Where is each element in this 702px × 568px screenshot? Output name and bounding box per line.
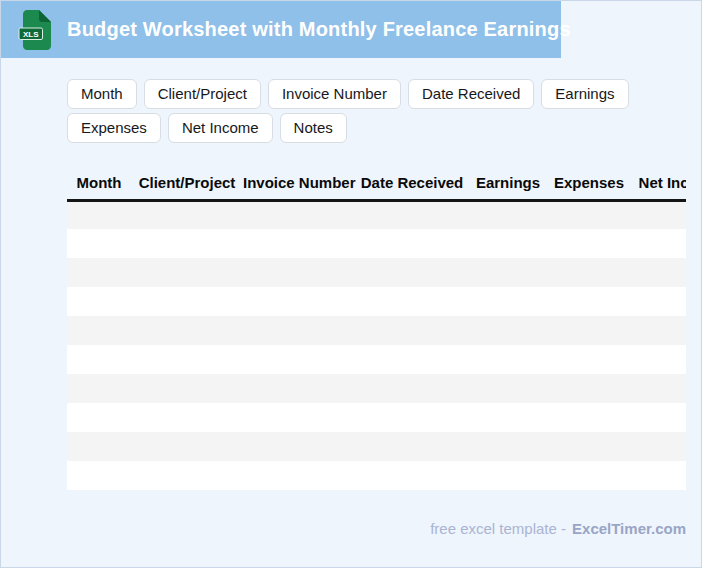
cell — [469, 316, 547, 345]
column-header-net-income: Net Income — [631, 167, 686, 200]
cell — [243, 432, 355, 461]
cell — [547, 229, 631, 258]
chip-earnings[interactable]: Earnings — [541, 79, 628, 109]
cell — [631, 316, 686, 345]
cell — [547, 287, 631, 316]
table-row — [67, 200, 686, 229]
cell — [243, 345, 355, 374]
cell — [131, 345, 243, 374]
cell — [355, 432, 469, 461]
cell — [631, 403, 686, 432]
cell — [355, 461, 469, 490]
cell — [631, 374, 686, 403]
cell — [131, 287, 243, 316]
footer-brand-link[interactable]: ExcelTimer.com — [572, 520, 686, 537]
table-row — [67, 345, 686, 374]
header-row: MonthClient/ProjectInvoice NumberDate Re… — [67, 167, 686, 200]
cell — [355, 258, 469, 287]
cell — [355, 374, 469, 403]
cell — [631, 258, 686, 287]
table-row — [67, 229, 686, 258]
cell — [469, 374, 547, 403]
cell — [469, 229, 547, 258]
cell — [67, 345, 131, 374]
chip-date-received[interactable]: Date Received — [408, 79, 534, 109]
cell — [631, 287, 686, 316]
footer: free excel template -ExcelTimer.com — [67, 520, 686, 537]
column-header-month: Month — [67, 167, 131, 200]
cell — [547, 258, 631, 287]
cell — [631, 432, 686, 461]
cell — [243, 461, 355, 490]
footer-text: free excel template - — [430, 520, 566, 537]
table-row — [67, 374, 686, 403]
xls-file-icon: XLS — [18, 9, 52, 51]
cell — [469, 403, 547, 432]
page-title: Budget Worksheet with Monthly Freelance … — [67, 18, 571, 41]
cell — [631, 345, 686, 374]
table-row — [67, 461, 686, 490]
table-body — [67, 200, 686, 490]
xls-label: XLS — [23, 29, 39, 38]
column-header-earnings: Earnings — [469, 167, 547, 200]
cell — [67, 200, 131, 229]
cell — [243, 258, 355, 287]
content: MonthClient/ProjectInvoice NumberDate Re… — [67, 79, 686, 537]
chip-net-income[interactable]: Net Income — [168, 113, 273, 143]
cell — [547, 432, 631, 461]
cell — [243, 316, 355, 345]
chip-notes[interactable]: Notes — [280, 113, 347, 143]
cell — [469, 200, 547, 229]
cell — [355, 200, 469, 229]
cell — [547, 374, 631, 403]
cell — [243, 229, 355, 258]
earnings-table: MonthClient/ProjectInvoice NumberDate Re… — [67, 167, 686, 490]
cell — [469, 461, 547, 490]
folded-corner — [39, 10, 51, 22]
cell — [67, 229, 131, 258]
cell — [355, 345, 469, 374]
cell — [131, 461, 243, 490]
cell — [131, 200, 243, 229]
cell — [631, 461, 686, 490]
cell — [67, 374, 131, 403]
table-head: MonthClient/ProjectInvoice NumberDate Re… — [67, 167, 686, 200]
cell — [547, 316, 631, 345]
column-header-date-received: Date Received — [355, 167, 469, 200]
chip-month[interactable]: Month — [67, 79, 137, 109]
title-bar: XLS Budget Worksheet with Monthly Freela… — [1, 1, 561, 58]
cell — [547, 345, 631, 374]
cell — [355, 229, 469, 258]
chip-invoice-number[interactable]: Invoice Number — [268, 79, 401, 109]
cell — [67, 316, 131, 345]
cell — [547, 200, 631, 229]
cell — [243, 200, 355, 229]
cell — [131, 403, 243, 432]
table-row — [67, 287, 686, 316]
chip-client-project[interactable]: Client/Project — [144, 79, 261, 109]
cell — [131, 374, 243, 403]
table-row — [67, 258, 686, 287]
cell — [131, 229, 243, 258]
table-row — [67, 403, 686, 432]
page: XLS Budget Worksheet with Monthly Freela… — [0, 0, 702, 568]
cell — [469, 258, 547, 287]
cell — [469, 345, 547, 374]
cell — [631, 229, 686, 258]
cell — [355, 316, 469, 345]
cell — [631, 200, 686, 229]
cell — [67, 287, 131, 316]
column-header-expenses: Expenses — [547, 167, 631, 200]
cell — [355, 287, 469, 316]
column-header-invoice-number: Invoice Number — [243, 167, 355, 200]
table-row — [67, 316, 686, 345]
cell — [67, 403, 131, 432]
cell — [131, 432, 243, 461]
cell — [243, 403, 355, 432]
chip-expenses[interactable]: Expenses — [67, 113, 161, 143]
cell — [243, 374, 355, 403]
cell — [355, 403, 469, 432]
cell — [131, 316, 243, 345]
column-header-client-project: Client/Project — [131, 167, 243, 200]
cell — [67, 461, 131, 490]
